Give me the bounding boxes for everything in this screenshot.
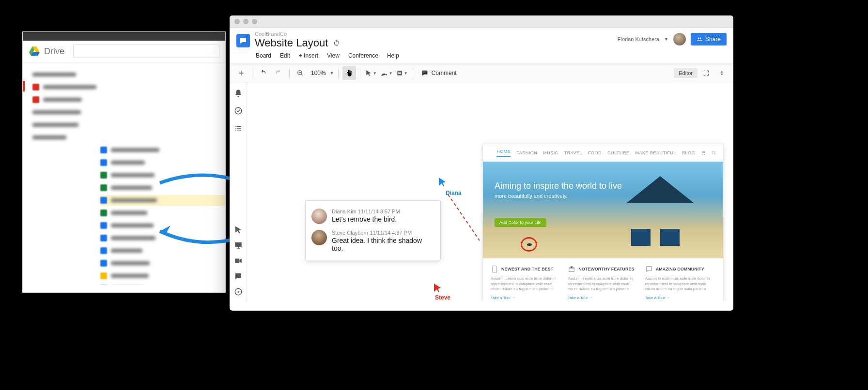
card-title: AMAZING COMMUNITY [656, 267, 704, 271]
comment-icon [421, 69, 429, 77]
svg-point-5 [235, 107, 242, 114]
feature-card: NOTEWORTHY FEATURES Assum in enim quis a… [568, 265, 638, 301]
user-avatar[interactable] [673, 33, 686, 45]
svg-rect-6 [235, 242, 242, 247]
drive-titlebar [23, 32, 225, 41]
card-link[interactable]: Take a Tour → [491, 296, 515, 300]
maximize-dot-icon[interactable] [252, 19, 257, 24]
draw-tool-button[interactable]: ▼ [380, 66, 393, 80]
select-tool-button[interactable]: ▼ [364, 66, 378, 80]
user-caret-icon[interactable]: ▼ [664, 37, 668, 42]
redo-button[interactable] [272, 66, 285, 80]
diana-arrow-line [446, 192, 484, 245]
video-icon[interactable] [234, 256, 243, 265]
nav-travel[interactable]: TRAVEL [564, 150, 582, 155]
hero-title: Aiming to inspire the world to live [495, 181, 712, 191]
card-link[interactable]: Take a Tour → [645, 296, 670, 300]
nav-food[interactable]: FOOD [588, 150, 602, 155]
menu-board[interactable]: Board [256, 52, 271, 59]
cursor-rail-icon[interactable] [234, 225, 243, 234]
box-icon [568, 265, 575, 273]
website-mockup[interactable]: HOME FASHION MUSIC TRAVEL FOOD CULTURE M… [482, 144, 724, 301]
app-window: CoolBrandCo Website Layout Florian Kutsc… [230, 15, 733, 311]
hero-cta[interactable]: Add Color to your Life [495, 218, 546, 227]
steve-cursor-icon [434, 284, 443, 292]
chair-graphic [631, 229, 651, 246]
check-circle-icon[interactable] [234, 106, 243, 115]
card-title: NEWEST AND THE BEST [501, 267, 553, 271]
card-link[interactable]: Take a Tour → [568, 296, 592, 300]
zoom-level[interactable]: 100% [309, 70, 328, 76]
mac-titlebar [230, 15, 733, 28]
comment-item: Steve Clayborn 11/11/14 4:37 PM Great id… [311, 227, 434, 255]
nav-home[interactable]: HOME [496, 149, 511, 157]
close-dot-icon[interactable] [234, 19, 240, 24]
hero-section: Aiming to inspire the world to live more… [483, 162, 723, 258]
canvas[interactable]: Diana Steve Diana Kim 11/11/14 3:57 PM L… [247, 83, 733, 301]
bell-icon[interactable] [234, 89, 243, 98]
drive-title: Drive [44, 46, 64, 57]
zoom-out-button[interactable] [294, 66, 307, 80]
comment-author: Diana Kim [332, 209, 356, 214]
cart-icon[interactable] [701, 150, 706, 155]
presentation-icon[interactable] [234, 241, 243, 250]
list-icon[interactable] [234, 124, 243, 133]
nav-blog[interactable]: BLOG [682, 150, 695, 155]
mode-indicator[interactable]: Editor [674, 68, 698, 78]
cards-row: NEWEST AND THE BEST Assum in enim quis a… [483, 258, 723, 301]
nav-make-beautiful[interactable]: MAKE BEAUTIFUL [635, 150, 676, 155]
card-title: NOTEWORTHY FEATURES [578, 267, 634, 271]
document-icon [491, 265, 498, 273]
comment-item: Diana Kim 11/11/14 3:57 PM Let's remove … [311, 206, 434, 227]
toolbar: 100% ▼ ▼ ▼ ▼ Comment Editor [230, 63, 733, 83]
comment-author: Steve Clayborn [332, 230, 368, 236]
undo-button[interactable] [256, 66, 270, 80]
pan-tool-button[interactable] [342, 66, 356, 80]
menu-edit[interactable]: Edit [280, 52, 290, 59]
drive-window: Drive [22, 31, 226, 293]
card-body: Assum in enim quis aute irure dolor in r… [491, 276, 561, 292]
svg-rect-7 [235, 259, 239, 263]
menubar: Board Edit + Insert View Conference Help [230, 49, 733, 63]
card-body: Assum in enim quis aute irure dolor in r… [568, 276, 638, 292]
left-rail [230, 83, 247, 301]
app-logo-icon [236, 34, 250, 47]
nav-music[interactable]: MUSIC [543, 150, 558, 155]
svg-point-0 [698, 38, 699, 39]
comment-body: Let's remove the bird. [332, 215, 400, 223]
menu-view[interactable]: View [327, 52, 340, 59]
comment-label: Comment [432, 70, 457, 76]
drive-search-input[interactable] [73, 45, 219, 58]
document-title[interactable]: Website Layout [255, 37, 328, 49]
drive-header: Drive [23, 41, 225, 62]
compass-icon[interactable] [234, 287, 243, 296]
mock-nav: HOME FASHION MUSIC TRAVEL FOOD CULTURE M… [483, 144, 723, 162]
note-tool-button[interactable]: ▼ [395, 66, 409, 80]
share-button[interactable]: Share [691, 33, 727, 45]
svg-rect-10 [569, 268, 574, 272]
people-icon [697, 36, 702, 42]
google-drive-icon [29, 45, 40, 57]
annotation-circle [521, 237, 537, 252]
share-label: Share [705, 36, 721, 43]
fullscreen-button[interactable] [699, 66, 713, 80]
nav-culture[interactable]: CULTURE [607, 150, 629, 155]
search-icon[interactable] [712, 150, 716, 155]
feature-card: NEWEST AND THE BEST Assum in enim quis a… [491, 265, 561, 301]
diana-cursor-icon [439, 178, 448, 186]
collapse-button[interactable] [715, 66, 728, 80]
comment-thread[interactable]: Diana Kim 11/11/14 3:57 PM Let's remove … [305, 200, 441, 260]
comment-time: 11/11/14 4:37 PM [370, 230, 412, 236]
breadcrumb[interactable]: CoolBrandCo [255, 31, 618, 37]
svg-point-1 [699, 38, 701, 39]
username-label[interactable]: Florian Kutschera [618, 36, 659, 42]
menu-conference[interactable]: Conference [348, 52, 378, 59]
minimize-dot-icon[interactable] [243, 19, 248, 24]
feature-card: AMAZING COMMUNITY Assum in enim quis aut… [645, 265, 715, 301]
comment-button[interactable]: Comment [417, 67, 461, 79]
add-button[interactable] [234, 66, 248, 80]
menu-help[interactable]: Help [387, 52, 399, 59]
menu-insert[interactable]: + Insert [299, 52, 318, 59]
chat-icon[interactable] [234, 272, 243, 281]
nav-fashion[interactable]: FASHION [516, 150, 537, 155]
